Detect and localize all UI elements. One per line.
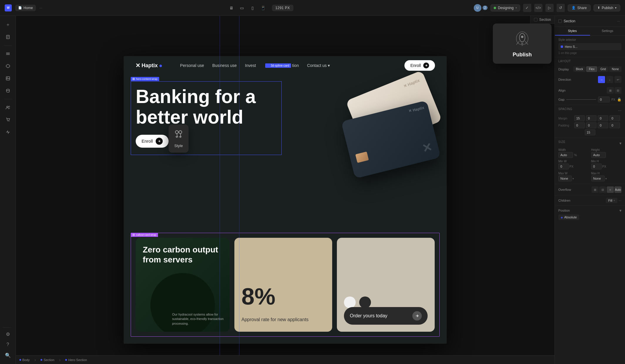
rs-dir-right[interactable]: → bbox=[598, 76, 605, 83]
rs-overflow-btns: ⊞ ⊟ ≡ Auto bbox=[592, 186, 621, 193]
rs-minh-input[interactable] bbox=[591, 164, 602, 169]
nav-tion[interactable]: tion bbox=[292, 63, 299, 68]
rs-spacing-section: Spacing ··· Margin Padding bbox=[555, 105, 625, 138]
publish-dropdown: Publish bbox=[493, 23, 552, 64]
rs-dir-wrap[interactable]: ↩ bbox=[614, 76, 621, 83]
sidebar-icon-search[interactable]: 🔍 bbox=[3, 350, 13, 360]
rs-action-more[interactable]: ··· bbox=[616, 18, 621, 24]
rs-gap-slider[interactable] bbox=[566, 99, 596, 100]
rs-spacing-more[interactable]: ··· bbox=[618, 108, 621, 113]
sidebar-icon-users[interactable] bbox=[3, 102, 13, 113]
hero-title: Banking for a better world bbox=[136, 86, 277, 128]
rs-dir-down[interactable]: ↓ bbox=[606, 76, 613, 83]
sidebar-icon-menu[interactable] bbox=[3, 48, 13, 59]
rs-size-chevron[interactable]: ▾ bbox=[619, 141, 621, 146]
rs-section-checkbox[interactable] bbox=[558, 19, 562, 23]
bottom-dot-section bbox=[41, 359, 42, 361]
sidebar-icon-add[interactable]: ＋ bbox=[3, 19, 13, 30]
home-tab[interactable]: 📄 Home bbox=[15, 5, 36, 11]
preview-icon-btn[interactable]: ▷ bbox=[545, 4, 554, 12]
rs-margin-bottom-input[interactable] bbox=[598, 115, 608, 121]
rs-btn-block[interactable]: Block bbox=[573, 66, 586, 72]
nav-contact[interactable]: Contact us ▾ bbox=[307, 63, 330, 68]
rs-padding-bottom-input[interactable] bbox=[598, 122, 608, 128]
share-button[interactable]: 👤 Share bbox=[568, 4, 591, 11]
nav-enroll-btn[interactable]: Enroll bbox=[404, 60, 435, 71]
bottom-item-hero[interactable]: Hero Section bbox=[65, 358, 87, 362]
sidebar-icon-pages[interactable] bbox=[3, 32, 13, 42]
rs-align-y-top[interactable]: ⊟ bbox=[614, 87, 621, 94]
publish-dropdown-label[interactable]: Publish bbox=[513, 52, 532, 58]
designing-label: Designing bbox=[498, 6, 513, 10]
code-icon-btn[interactable]: </> bbox=[534, 4, 542, 12]
rs-position-chevron[interactable]: ▾ bbox=[619, 208, 621, 213]
rs-btn-flex[interactable]: Flex bbox=[586, 66, 597, 72]
publish-button-top[interactable]: ⬆ Publish ▾ bbox=[594, 4, 620, 11]
tab-settings[interactable]: Settings bbox=[590, 27, 625, 36]
rs-margin-right-input[interactable] bbox=[586, 115, 597, 121]
designing-button[interactable]: Designing ▾ bbox=[490, 4, 520, 11]
rs-hero-item[interactable]: Hero S... bbox=[558, 43, 621, 50]
sidebar-icon-help[interactable]: ? bbox=[3, 339, 13, 350]
sidebar-icon-settings[interactable]: ⚙ bbox=[3, 329, 13, 339]
rs-btn-none[interactable]: None bbox=[609, 66, 621, 72]
rs-minw-label: Min W bbox=[558, 160, 589, 163]
rs-overflow-auto[interactable]: Auto bbox=[614, 186, 621, 193]
rs-maxh-input[interactable] bbox=[591, 176, 605, 181]
rs-maxh-chevron[interactable]: ▾ bbox=[605, 177, 607, 180]
rs-height-input-row bbox=[591, 152, 622, 158]
rs-minw-input-row: PX bbox=[558, 164, 589, 169]
rs-height-input[interactable] bbox=[591, 152, 606, 158]
nav-business-use[interactable]: Business use bbox=[212, 63, 237, 68]
sidebar-icon-assets[interactable] bbox=[3, 73, 13, 84]
bottom-item-body[interactable]: Body bbox=[19, 358, 30, 362]
nav-invest[interactable]: Invest bbox=[245, 63, 256, 68]
rs-gap-input[interactable] bbox=[598, 97, 610, 102]
rs-align-label: Align bbox=[558, 89, 565, 92]
callout-grid: Zero carbon output from servers Our hydr… bbox=[131, 233, 440, 337]
mobile-icon[interactable]: 📱 bbox=[259, 4, 267, 12]
rs-padding-inner-input[interactable] bbox=[585, 129, 595, 135]
rs-section-label: Section bbox=[564, 19, 575, 23]
rs-children-more[interactable]: ··· bbox=[619, 198, 621, 203]
order-today-btn[interactable]: Order yours today bbox=[344, 307, 428, 325]
designing-chevron: ▾ bbox=[515, 6, 517, 9]
sidebar-icon-ecommerce[interactable] bbox=[3, 114, 13, 125]
rs-layout-section: Layout Display Block Flex Grid None Dire… bbox=[555, 57, 625, 105]
tablet-icon[interactable]: ▯ bbox=[248, 4, 257, 12]
rs-margin-left-input[interactable] bbox=[609, 115, 620, 121]
history-icon-btn[interactable]: ↺ bbox=[557, 4, 565, 12]
rs-maxw-input[interactable] bbox=[558, 176, 572, 181]
rs-overflow-hidden[interactable]: ⊟ bbox=[599, 186, 606, 193]
tab-styles[interactable]: Styles bbox=[555, 27, 590, 36]
rs-padding-left-input[interactable] bbox=[609, 122, 620, 128]
rs-children-row: Children Fill ▾ ··· bbox=[558, 198, 621, 203]
rs-width-input[interactable] bbox=[558, 152, 573, 158]
more-icon[interactable]: ··· bbox=[39, 6, 42, 10]
desktop-icon[interactable]: 🖥 bbox=[227, 4, 236, 12]
rs-margin-top-input[interactable] bbox=[574, 115, 585, 121]
rs-padding-right-input[interactable] bbox=[586, 122, 597, 128]
sidebar-icon-logic[interactable] bbox=[3, 127, 13, 137]
sidebar-icon-components[interactable] bbox=[3, 61, 13, 71]
rs-overflow-clip[interactable]: ⊞ bbox=[592, 186, 599, 193]
rs-children-value-btn[interactable]: Fill ▾ bbox=[606, 198, 617, 203]
rs-minw-group: Min W PX bbox=[558, 160, 589, 169]
canvas: ✕ Haptix ● Personal use Business use Inv… bbox=[16, 16, 555, 355]
check-icon-btn[interactable]: ✓ bbox=[523, 4, 531, 12]
rs-align-x-left[interactable]: ⊞ bbox=[607, 87, 614, 94]
tablet-landscape-icon[interactable]: ▭ bbox=[238, 4, 246, 12]
sidebar-icon-cms[interactable] bbox=[3, 85, 13, 96]
nav-personal-use[interactable]: Personal use bbox=[180, 63, 204, 68]
rs-position-value-btn[interactable]: ◈ Absolute bbox=[558, 215, 579, 220]
svg-rect-19 bbox=[132, 234, 135, 236]
rs-overflow-scroll[interactable]: ≡ bbox=[607, 186, 614, 193]
rs-padding-top-input[interactable] bbox=[574, 122, 585, 128]
bottom-item-section[interactable]: Section bbox=[41, 358, 54, 362]
hero-enroll-btn[interactable]: Enroll bbox=[136, 135, 169, 148]
webflow-logo[interactable]: W bbox=[5, 4, 12, 11]
rs-minw-input[interactable] bbox=[558, 164, 569, 169]
rs-btn-grid[interactable]: Grid bbox=[598, 66, 609, 72]
rs-lock-icon[interactable]: 🔒 bbox=[617, 97, 621, 102]
rs-maxw-chevron[interactable]: ▾ bbox=[572, 177, 574, 180]
